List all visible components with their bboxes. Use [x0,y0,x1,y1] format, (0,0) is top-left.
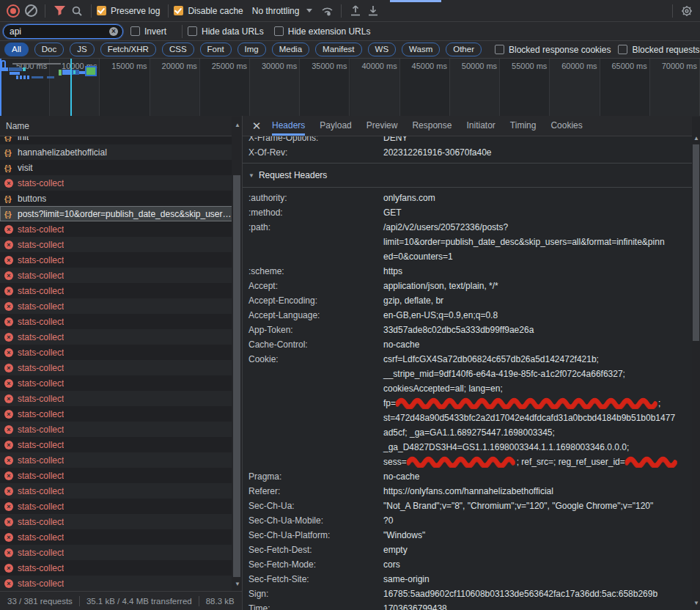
timeline-tick-label: 70000 ms [662,62,697,70]
throttling-select[interactable]: No throttling [252,6,300,16]
import-har-icon[interactable] [347,2,364,20]
request-row[interactable]: ×stats-collect [0,514,242,529]
request-row[interactable]: ×stats-collect [0,360,242,375]
response-header-row: X-Frame-Options:DENY [243,136,700,145]
request-row[interactable]: {:}init [0,136,242,144]
scroll-up-icon[interactable]: ▲ [235,122,240,128]
invert-checkbox-group[interactable]: Invert [130,26,166,37]
close-icon[interactable]: ✕ [248,120,265,133]
request-name: stats-collect [18,271,64,281]
request-row[interactable]: ×stats-collect [0,329,242,345]
filter-input[interactable]: api × [3,24,123,39]
invert-checkbox[interactable] [130,26,140,36]
tab-timing[interactable]: Timing [510,116,537,136]
divider [91,4,92,18]
filter-chip-img[interactable]: Img [237,43,266,56]
request-name: stats-collect [18,471,64,481]
checkbox[interactable] [618,45,627,54]
detail-scrollbar[interactable]: ▲ ▼ [692,117,700,610]
request-row[interactable]: ×stats-collect [0,237,242,252]
clear-filter-icon[interactable]: × [109,27,118,36]
tab-response[interactable]: Response [412,116,452,136]
checkbox-group-blocked-requests[interactable]: Blocked requests [618,45,699,55]
scroll-up-icon[interactable]: ▲ [693,136,699,142]
request-row[interactable]: ×stats-collect [0,499,242,514]
request-row[interactable]: ×stats-collect [0,268,242,283]
scrollbar-thumb[interactable] [693,144,699,341]
filter-chip-wasm[interactable]: Wasm [402,43,440,56]
name-column-header[interactable]: Name [0,116,242,136]
failed-request-icon: × [4,333,18,342]
request-row[interactable]: ×stats-collect [0,452,242,468]
request-row[interactable]: ×stats-collect [0,576,242,591]
request-row[interactable]: {:}hannahelizabethofficial [0,144,242,160]
request-row[interactable]: ×stats-collect [0,483,242,499]
checkbox-group-blocked-response-cookies[interactable]: Blocked response cookies [495,45,611,55]
checkbox[interactable] [495,45,504,54]
request-row[interactable]: ×stats-collect [0,314,242,329]
settings-gear-icon[interactable] [678,2,696,20]
request-row[interactable]: ×stats-collect [0,175,242,191]
request-row[interactable]: ×stats-collect [0,422,242,437]
tab-preview[interactable]: Preview [366,116,398,136]
error-x-icon: × [4,256,13,265]
request-detail-tabs: ✕ HeadersPayloadPreviewResponseInitiator… [243,116,700,136]
request-row[interactable]: ×stats-collect [0,406,242,422]
tab-cookies[interactable]: Cookies [550,116,582,136]
scroll-down-icon[interactable]: ▼ [693,600,699,606]
request-row[interactable]: ×stats-collect [0,252,242,268]
request-row[interactable]: ×stats-collect [0,468,242,483]
record-icon[interactable] [4,2,22,20]
waterfall-bar [23,76,26,79]
filter-chip-other[interactable]: Other [446,43,482,56]
network-conditions-icon[interactable] [318,2,336,20]
value-text: limit=10&order=publish_date_desc&skip_us… [383,237,665,247]
request-row-selected[interactable]: {:}posts?limit=10&order=publish_date_des… [0,206,242,221]
request-row[interactable]: ×stats-collect [0,375,242,391]
request-row[interactable]: ×stats-collect [0,345,242,360]
clear-icon[interactable] [22,2,40,20]
filter-chip-font[interactable]: Font [200,43,232,56]
search-icon[interactable] [68,2,86,20]
filter-chip-manifest[interactable]: Manifest [315,43,361,56]
network-overview-timeline[interactable]: 5000 ms10000 ms15000 ms20000 ms25000 ms3… [0,59,700,117]
filter-chip-fetch-xhr[interactable]: Fetch/XHR [100,43,156,56]
request-header-row: :path:/api2/v2/users/20572336/posts?limi… [243,220,700,264]
disable-cache-checkbox[interactable] [174,6,183,15]
request-row[interactable]: ×stats-collect [0,391,242,406]
request-headers-section-toggle[interactable]: ▼Request Headers [243,166,700,184]
request-row[interactable]: ×stats-collect [0,560,242,576]
scroll-down-icon[interactable]: ▼ [235,581,240,587]
tab-headers[interactable]: Headers [272,116,305,136]
chevron-down-icon[interactable] [306,9,312,12]
request-row[interactable]: {:}buttons [0,191,242,206]
request-row[interactable]: ×stats-collect [0,529,242,545]
filter-icon[interactable] [51,2,68,20]
request-row[interactable]: ×stats-collect [0,221,242,237]
scrollbar-thumb[interactable] [233,175,240,577]
value-text: no-cache [383,471,419,482]
request-row[interactable]: ×stats-collect [0,283,242,298]
filter-chip-css[interactable]: CSS [162,43,194,56]
hide-data-urls-checkbox[interactable] [188,26,197,36]
hide-extension-urls-checkbox[interactable] [274,26,284,36]
filter-chip-js[interactable]: JS [70,43,94,56]
request-row[interactable]: ×stats-collect [0,298,242,314]
request-row[interactable]: ×stats-collect [0,437,242,452]
tab-payload[interactable]: Payload [320,116,351,136]
tab-initiator[interactable]: Initiator [466,116,495,136]
export-har-icon[interactable] [364,2,382,20]
filter-chip-media[interactable]: Media [272,43,309,56]
filter-chip-doc[interactable]: Doc [34,43,64,56]
request-row[interactable]: {:}visit [0,160,242,175]
request-list-scrollbar[interactable]: ▲ ▼ [232,117,242,591]
request-row[interactable]: ×stats-collect [0,545,242,560]
preserve-log-checkbox[interactable] [97,6,106,15]
filter-chip-all[interactable]: All [4,43,29,56]
request-name: hannahelizabethofficial [18,147,107,158]
header-value: same-origin [383,572,430,587]
hide-extension-urls-checkbox-group[interactable]: Hide extension URLs [274,26,371,37]
filter-chip-ws[interactable]: WS [368,43,397,56]
hide-data-urls-checkbox-group[interactable]: Hide data URLs [188,26,264,37]
request-name: stats-collect [18,532,64,543]
